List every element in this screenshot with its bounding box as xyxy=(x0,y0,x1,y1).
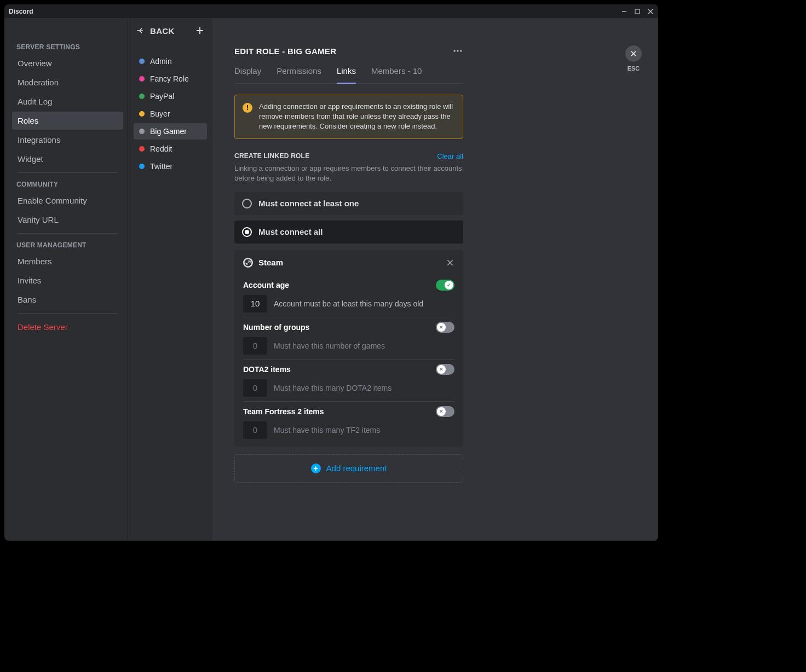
x-icon: ✕ xyxy=(437,323,446,332)
field-toggle[interactable]: ✓ xyxy=(436,280,454,291)
sidebar-heading-user-mgmt: USER MANAGEMENT xyxy=(12,238,123,252)
close-window-icon[interactable] xyxy=(647,8,654,15)
sidebar-item-overview[interactable]: Overview xyxy=(12,54,123,72)
field-label: Team Fortress 2 items xyxy=(243,407,324,416)
requirement-field: Number of groups ✕ Must have this number… xyxy=(243,317,454,360)
x-icon: ✕ xyxy=(437,365,446,374)
role-item-admin[interactable]: Admin xyxy=(134,53,207,69)
sidebar-item-invites[interactable]: Invites xyxy=(12,271,123,289)
x-icon: ✕ xyxy=(437,407,446,416)
role-item-fancy-role[interactable]: Fancy Role xyxy=(134,71,207,87)
role-name: Big Gamer xyxy=(150,127,187,136)
role-color-dot xyxy=(139,94,145,99)
settings-sidebar: SERVER SETTINGS Overview Moderation Audi… xyxy=(4,18,128,541)
sidebar-item-audit-log[interactable]: Audit Log xyxy=(12,92,123,111)
role-color-dot xyxy=(139,111,145,117)
add-requirement-button[interactable]: + Add requirement xyxy=(234,454,463,483)
role-item-reddit[interactable]: Reddit xyxy=(134,141,207,157)
requirement-field: DOTA2 items ✕ Must have this many DOTA2 … xyxy=(243,360,454,402)
remove-requirement-button[interactable] xyxy=(446,258,454,267)
svg-point-6 xyxy=(249,261,250,262)
role-tabs: Display Permissions Links Members - 10 xyxy=(234,66,463,84)
arrow-left-icon xyxy=(136,26,146,36)
field-description: Must have this many TF2 items xyxy=(274,426,380,435)
back-label: BACK xyxy=(150,26,175,36)
requirement-card-steam: Steam Account age ✓ Account must be at l… xyxy=(234,250,463,447)
window-controls xyxy=(621,8,654,15)
role-name: Fancy Role xyxy=(150,74,189,83)
more-options-button[interactable] xyxy=(452,45,463,56)
field-description: Must have this number of games xyxy=(274,341,385,350)
sidebar-item-enable-community[interactable]: Enable Community xyxy=(12,192,123,210)
sidebar-item-delete-server[interactable]: Delete Server xyxy=(12,318,123,336)
role-name: Buyer xyxy=(150,109,170,118)
sidebar-item-moderation[interactable]: Moderation xyxy=(12,73,123,91)
sidebar-item-vanity-url[interactable]: Vanity URL xyxy=(12,211,123,229)
role-color-dot xyxy=(139,129,145,134)
radio-connect-one[interactable]: Must connect at least one xyxy=(234,192,463,215)
check-icon: ✓ xyxy=(445,281,453,289)
warning-text: Adding connection or app requirements to… xyxy=(259,102,455,132)
sidebar-item-roles[interactable]: Roles xyxy=(12,112,123,130)
sidebar-heading-settings: SERVER SETTINGS xyxy=(12,40,123,54)
roles-list-column: BACK AdminFancy RolePayPalBuyerBig Gamer… xyxy=(128,18,212,541)
titlebar: Discord xyxy=(4,4,658,18)
field-toggle[interactable]: ✕ xyxy=(436,322,454,333)
role-name: Twitter xyxy=(150,162,172,171)
section-title: CREATE LINKED ROLE xyxy=(234,152,309,160)
field-toggle[interactable]: ✕ xyxy=(436,406,454,417)
close-button[interactable] xyxy=(625,45,642,62)
warning-icon: ! xyxy=(243,103,252,113)
sidebar-item-widget[interactable]: Widget xyxy=(12,150,123,168)
role-editor-content: ESC EDIT ROLE - BIG GAMER Display Permis… xyxy=(212,18,658,541)
field-label: Number of groups xyxy=(243,323,309,332)
tab-display[interactable]: Display xyxy=(234,66,261,83)
sidebar-item-members[interactable]: Members xyxy=(12,252,123,270)
back-button[interactable]: BACK xyxy=(136,26,175,36)
svg-point-3 xyxy=(460,50,462,51)
radio-icon xyxy=(242,199,252,208)
sidebar-item-integrations[interactable]: Integrations xyxy=(12,131,123,149)
divider xyxy=(18,233,118,234)
section-description: Linking a connection or app requires mem… xyxy=(234,164,463,183)
field-input[interactable] xyxy=(243,421,267,439)
requirement-field: Account age ✓ Account must be at least t… xyxy=(243,275,454,317)
field-toggle[interactable]: ✕ xyxy=(436,364,454,375)
field-label: Account age xyxy=(243,281,289,289)
close-icon xyxy=(630,50,637,57)
add-requirement-label: Add requirement xyxy=(326,464,387,473)
role-name: Admin xyxy=(150,57,172,66)
role-name: Reddit xyxy=(150,144,172,153)
role-item-paypal[interactable]: PayPal xyxy=(134,88,207,105)
connection-name: Steam xyxy=(258,258,283,267)
field-label: DOTA2 items xyxy=(243,365,291,374)
role-item-buyer[interactable]: Buyer xyxy=(134,106,207,122)
svg-point-2 xyxy=(457,50,458,51)
maximize-icon[interactable] xyxy=(634,8,641,15)
svg-rect-0 xyxy=(635,9,640,14)
role-color-dot xyxy=(139,76,145,82)
tab-permissions[interactable]: Permissions xyxy=(277,66,321,83)
requirement-field: Team Fortress 2 items ✕ Must have this m… xyxy=(243,402,454,443)
role-item-twitter[interactable]: Twitter xyxy=(134,158,207,175)
minimize-icon[interactable] xyxy=(621,8,627,15)
radio-connect-all[interactable]: Must connect all xyxy=(234,221,463,244)
tab-members[interactable]: Members - 10 xyxy=(371,66,422,83)
role-name: PayPal xyxy=(150,92,174,101)
tab-links[interactable]: Links xyxy=(337,66,356,83)
field-input[interactable] xyxy=(243,379,267,397)
field-description: Must have this many DOTA2 items xyxy=(274,384,392,392)
esc-label: ESC xyxy=(625,65,642,72)
svg-point-1 xyxy=(454,50,456,51)
clear-all-link[interactable]: Clear all xyxy=(437,152,463,160)
field-input[interactable] xyxy=(243,337,267,355)
add-role-button[interactable] xyxy=(195,26,205,36)
role-item-big-gamer[interactable]: Big Gamer xyxy=(134,123,207,140)
role-color-dot xyxy=(139,59,145,64)
role-color-dot xyxy=(139,164,145,169)
steam-icon xyxy=(243,258,253,268)
role-color-dot xyxy=(139,146,145,152)
svg-point-4 xyxy=(245,259,252,267)
field-input[interactable] xyxy=(243,295,267,312)
sidebar-item-bans[interactable]: Bans xyxy=(12,291,123,309)
